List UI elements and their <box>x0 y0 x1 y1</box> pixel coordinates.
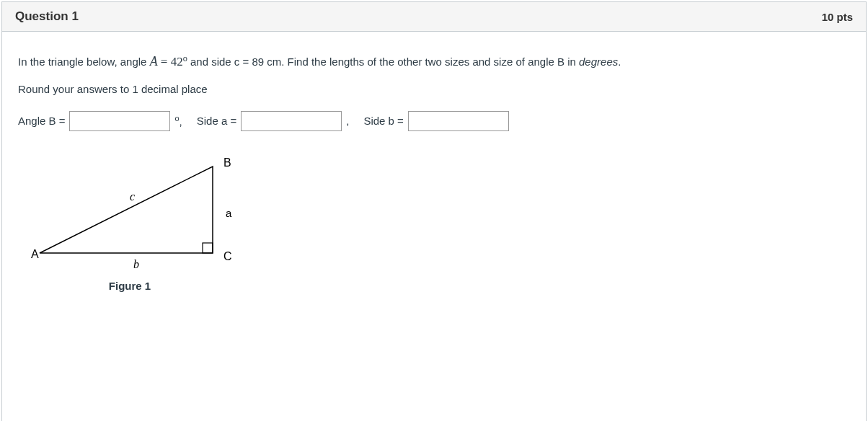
figure-caption: Figure 1 <box>25 280 234 292</box>
svg-marker-0 <box>40 167 213 253</box>
angle-b-label: Angle B = <box>18 115 65 127</box>
side-c-label-fig: c <box>130 190 135 203</box>
comma-2: , <box>346 115 349 127</box>
answer-line: Angle B = o, Side a = , Side b = <box>18 111 850 131</box>
question-points: 10 pts <box>822 11 853 23</box>
question-body: In the triangle below, angle A = 42o and… <box>2 32 866 421</box>
vertex-B: B <box>223 156 231 169</box>
round-instruction: Round your answers to 1 decimal place <box>18 81 850 98</box>
angle-b-input[interactable] <box>69 111 170 131</box>
question-title: Question 1 <box>15 9 79 24</box>
question-card: Question 1 10 pts In the triangle below,… <box>1 1 867 421</box>
side-b-input[interactable] <box>408 111 509 131</box>
prompt-intro: In the triangle below, angle <box>18 56 150 68</box>
svg-rect-1 <box>203 243 213 253</box>
triangle-figure: A B C a b c <box>25 149 242 275</box>
vertex-A: A <box>31 248 39 260</box>
side-a-label: Side a = <box>197 115 236 127</box>
deg-unit: o, <box>174 114 182 128</box>
prompt-var-a: A <box>150 54 158 68</box>
figure-area: A B C a b c Figure 1 <box>25 149 850 292</box>
prompt-after-angle: and side c = 89 cm. Find the lengths of … <box>190 56 579 68</box>
side-b-label-fig: b <box>133 258 139 270</box>
side-b-label: Side b = <box>363 115 403 127</box>
side-a-input[interactable] <box>241 111 342 131</box>
prompt-period: . <box>618 56 621 68</box>
prompt-degrees-word: degrees <box>579 56 618 68</box>
prompt-text: In the triangle below, angle A = 42o and… <box>18 52 850 71</box>
side-a-label-fig: a <box>226 207 232 219</box>
prompt-angle-value: 42 <box>171 55 183 68</box>
vertex-C: C <box>223 250 232 262</box>
degree-symbol: o <box>183 54 187 63</box>
prompt-eq: = <box>161 55 171 68</box>
question-header: Question 1 10 pts <box>2 2 866 32</box>
